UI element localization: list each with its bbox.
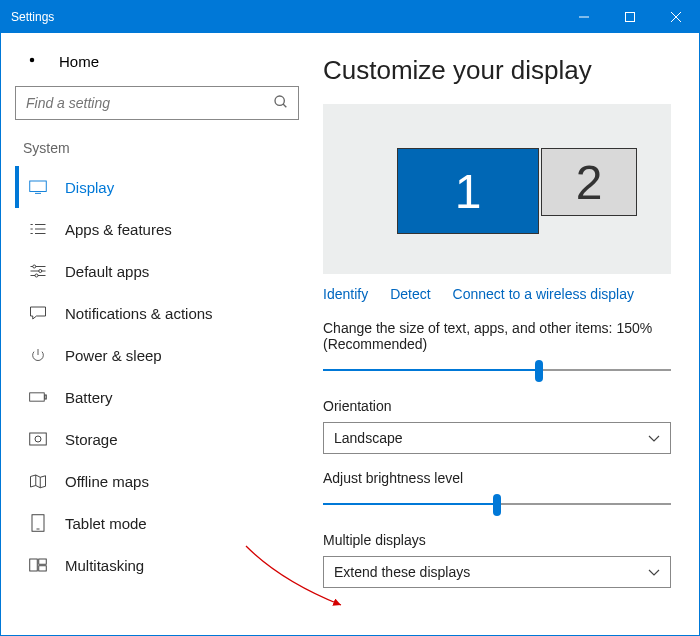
brightness-label: Adjust brightness level [323, 470, 671, 486]
sidebar-item-label: Multitasking [65, 557, 144, 574]
svg-rect-21 [30, 393, 45, 401]
svg-point-20 [35, 274, 38, 277]
close-button[interactable] [653, 1, 699, 33]
sidebar-item-label: Battery [65, 389, 113, 406]
multi-display-select[interactable]: Extend these displays [323, 556, 671, 588]
svg-point-19 [39, 270, 42, 273]
defaults-icon [29, 262, 47, 280]
battery-icon [29, 388, 47, 406]
list-icon [29, 220, 47, 238]
window-title: Settings [11, 10, 561, 24]
scale-slider[interactable] [323, 358, 671, 384]
maximize-button[interactable] [607, 1, 653, 33]
sidebar-item-notifications[interactable]: Notifications & actions [15, 292, 299, 334]
svg-point-24 [35, 436, 41, 442]
sidebar-item-label: Display [65, 179, 114, 196]
search-input[interactable] [15, 86, 299, 120]
sidebar-item-tablet[interactable]: Tablet mode [15, 502, 299, 544]
sidebar-item-storage[interactable]: Storage [15, 418, 299, 460]
multitask-icon [29, 556, 47, 574]
multi-display-value: Extend these displays [334, 564, 470, 580]
orientation-value: Landscape [334, 430, 403, 446]
sidebar-item-label: Offline maps [65, 473, 149, 490]
tablet-icon [29, 514, 47, 532]
sidebar-item-multitasking[interactable]: Multitasking [15, 544, 299, 586]
minimize-button[interactable] [561, 1, 607, 33]
svg-point-18 [33, 265, 36, 268]
chevron-down-icon [648, 564, 660, 580]
home-label: Home [59, 53, 99, 70]
svg-rect-28 [39, 559, 47, 564]
page-title: Customize your display [323, 55, 671, 86]
sidebar-item-label: Storage [65, 431, 118, 448]
svg-rect-29 [39, 566, 47, 571]
display-icon [29, 178, 47, 196]
sidebar-item-label: Notifications & actions [65, 305, 213, 322]
sidebar-item-battery[interactable]: Battery [15, 376, 299, 418]
monitor-1[interactable]: 1 [397, 148, 539, 234]
brightness-slider[interactable] [323, 492, 671, 518]
identify-link[interactable]: Identify [323, 286, 368, 302]
titlebar: Settings [1, 1, 699, 33]
map-icon [29, 472, 47, 490]
svg-point-5 [275, 96, 284, 105]
wireless-display-link[interactable]: Connect to a wireless display [453, 286, 634, 302]
scale-label: Change the size of text, apps, and other… [323, 320, 671, 352]
svg-line-6 [283, 104, 286, 107]
svg-rect-23 [30, 433, 47, 445]
detect-link[interactable]: Detect [390, 286, 430, 302]
orientation-select[interactable]: Landscape [323, 422, 671, 454]
chevron-down-icon [648, 430, 660, 446]
gear-icon [23, 51, 41, 72]
sidebar-item-display[interactable]: Display [15, 166, 299, 208]
svg-rect-1 [626, 13, 635, 22]
svg-point-4 [30, 58, 35, 63]
sidebar-item-power[interactable]: Power & sleep [15, 334, 299, 376]
multi-display-label: Multiple displays [323, 532, 671, 548]
search-icon [273, 94, 289, 114]
svg-rect-27 [30, 559, 38, 571]
sidebar-item-maps[interactable]: Offline maps [15, 460, 299, 502]
main-panel: Customize your display 1 2 Identify Dete… [313, 33, 699, 635]
sidebar-item-apps[interactable]: Apps & features [15, 208, 299, 250]
storage-icon [29, 430, 47, 448]
monitor-2[interactable]: 2 [541, 148, 637, 216]
display-preview: 1 2 [323, 104, 671, 274]
sidebar-item-default-apps[interactable]: Default apps [15, 250, 299, 292]
sidebar: Home System Display Apps & features Defa… [1, 33, 313, 635]
sidebar-item-label: Tablet mode [65, 515, 147, 532]
orientation-label: Orientation [323, 398, 671, 414]
sidebar-item-label: Power & sleep [65, 347, 162, 364]
home-button[interactable]: Home [15, 47, 299, 86]
svg-rect-7 [30, 181, 47, 192]
sidebar-item-label: Default apps [65, 263, 149, 280]
power-icon [29, 346, 47, 364]
sidebar-item-label: Apps & features [65, 221, 172, 238]
svg-rect-22 [45, 395, 46, 399]
nav-group-label: System [15, 134, 299, 166]
chat-icon [29, 304, 47, 322]
